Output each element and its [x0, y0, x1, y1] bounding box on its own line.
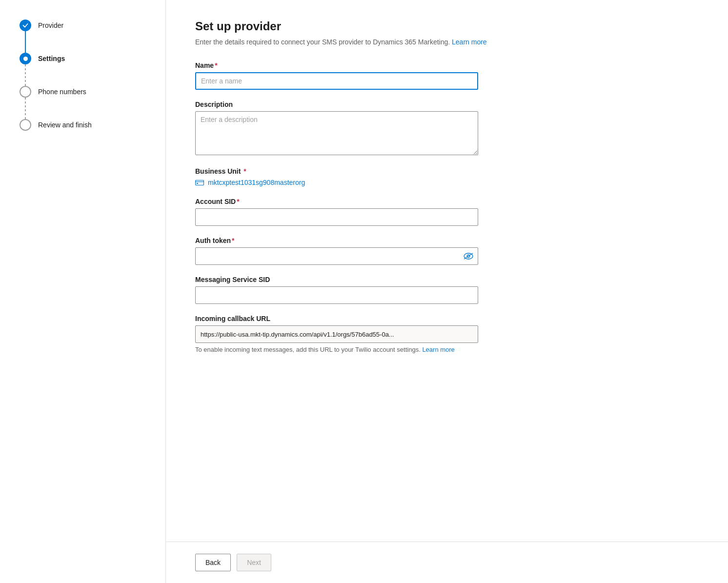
toggle-visibility-button[interactable]: [463, 252, 474, 261]
phone-numbers-step-icon: [20, 86, 31, 98]
connector-1: [25, 31, 26, 53]
messaging-service-sid-label: Messaging Service SID: [195, 276, 478, 283]
bu-required-star: *: [242, 167, 246, 175]
page-title: Set up provider: [195, 20, 699, 33]
back-button[interactable]: Back: [195, 554, 231, 571]
auth-token-field-group: Auth token*: [195, 237, 478, 265]
sidebar-item-review[interactable]: Review and finish: [20, 119, 165, 131]
svg-rect-0: [196, 181, 204, 185]
name-input[interactable]: [195, 72, 478, 90]
callback-helper-text: To enable incoming text messages, add th…: [195, 346, 478, 353]
auth-token-input[interactable]: [195, 247, 478, 265]
auth-token-input-wrapper: [195, 247, 478, 265]
name-field-group: Name*: [195, 61, 478, 90]
footer: Back Next: [166, 542, 728, 583]
page-description: Enter the details required to connect yo…: [195, 38, 699, 46]
learn-more-link[interactable]: Learn more: [452, 38, 487, 46]
setup-form: Name* Description Business Unit *: [195, 61, 478, 353]
connector-3: [25, 98, 26, 119]
callback-learn-more-link[interactable]: Learn more: [422, 346, 454, 353]
callback-url-input[interactable]: [195, 325, 478, 343]
account-sid-label: Account SID*: [195, 198, 478, 205]
messaging-service-sid-field-group: Messaging Service SID: [195, 276, 478, 304]
sidebar: Provider Settings Phone numbers Review a…: [0, 0, 166, 583]
business-unit-value[interactable]: mktcxptest1031sg908masterorg: [195, 178, 478, 187]
sid-required-star: *: [237, 198, 239, 205]
sidebar-item-settings[interactable]: Settings: [20, 53, 165, 64]
business-unit-icon: [195, 178, 204, 187]
sidebar-item-phone-numbers[interactable]: Phone numbers: [20, 86, 165, 98]
auth-token-label: Auth token*: [195, 237, 478, 244]
settings-step-label: Settings: [38, 55, 65, 62]
description-field-group: Description: [195, 101, 478, 157]
sidebar-item-provider[interactable]: Provider: [20, 20, 165, 31]
name-label: Name*: [195, 61, 478, 69]
description-textarea[interactable]: [195, 111, 478, 155]
review-step-icon: [20, 119, 31, 131]
eye-icon: [464, 253, 473, 260]
main-panel: Set up provider Enter the details requir…: [166, 0, 728, 583]
business-unit-field-group: Business Unit * mktcxptest1031sg908maste…: [195, 167, 478, 187]
account-sid-input[interactable]: [195, 208, 478, 226]
description-label: Description: [195, 101, 478, 108]
business-unit-label: Business Unit *: [195, 167, 478, 175]
settings-step-icon: [20, 53, 31, 64]
phone-numbers-step-label: Phone numbers: [38, 88, 86, 96]
account-sid-field-group: Account SID*: [195, 198, 478, 226]
next-button[interactable]: Next: [237, 554, 271, 571]
name-required-star: *: [215, 61, 217, 69]
content-area: Set up provider Enter the details requir…: [166, 0, 728, 542]
callback-url-field-group: Incoming callback URL To enable incoming…: [195, 315, 478, 353]
provider-step-icon: [20, 20, 31, 31]
messaging-service-sid-input[interactable]: [195, 286, 478, 304]
provider-step-label: Provider: [38, 21, 63, 29]
review-step-label: Review and finish: [38, 121, 92, 129]
auth-required-star: *: [232, 237, 234, 244]
business-unit-text: mktcxptest1031sg908masterorg: [208, 179, 305, 186]
connector-2: [25, 64, 26, 86]
svg-rect-1: [197, 183, 198, 184]
callback-url-label: Incoming callback URL: [195, 315, 478, 322]
